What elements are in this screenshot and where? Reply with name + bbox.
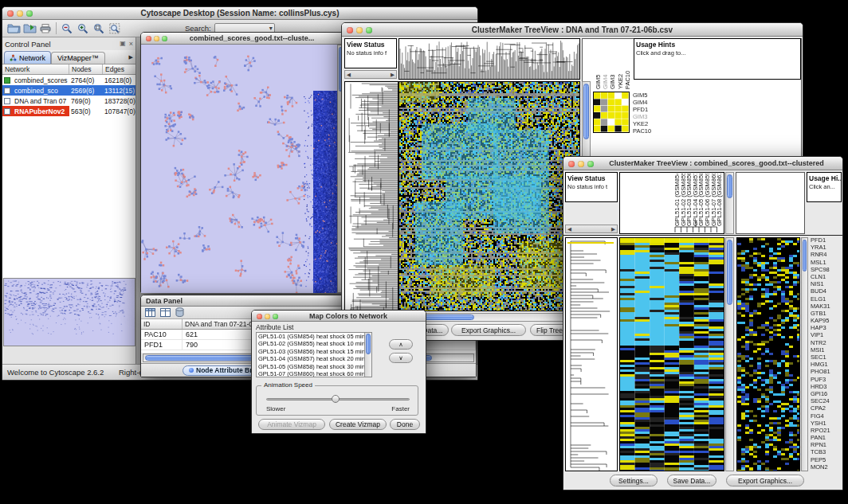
- scroll-thumb[interactable]: [366, 334, 371, 354]
- gene-label: SEC24: [811, 398, 842, 405]
- create-attribute-button[interactable]: [160, 306, 171, 320]
- cm2-vscrollbar[interactable]: [725, 237, 734, 471]
- close-button[interactable]: [257, 314, 262, 319]
- zoom-button[interactable]: [26, 10, 33, 17]
- import-network-button[interactable]: [22, 21, 37, 36]
- attribute-list-item[interactable]: GPL51-02 (GSM855) heat shock 10 min: [257, 340, 364, 347]
- network-row[interactable]: combined_sco2569(6)13112(15): [2, 85, 136, 96]
- zoom-button[interactable]: [162, 36, 167, 41]
- treeview1-titlebar[interactable]: ClusterMaker TreeView : DNA and Tran 07-…: [342, 23, 803, 37]
- network-row[interactable]: DNA and Tran 07769(0)183728(0): [2, 96, 136, 106]
- gene-label: PHO81: [811, 369, 842, 376]
- column-header-network[interactable]: Network: [2, 64, 69, 74]
- zoom-button[interactable]: [273, 314, 278, 319]
- gene-label: YRA1: [811, 244, 842, 252]
- float-icon[interactable]: ▣: [120, 41, 126, 47]
- minimize-button[interactable]: [578, 161, 584, 167]
- move-up-button[interactable]: ∧: [389, 339, 413, 350]
- minimize-button[interactable]: [265, 314, 270, 319]
- gene-label: SPC98: [811, 267, 842, 274]
- close-button[interactable]: [146, 36, 151, 41]
- zoom-heatmap-canvas[interactable]: [737, 238, 799, 471]
- attribute-list-item[interactable]: GPL51-04 (GSM857) heat shock 20 min: [257, 355, 364, 362]
- gene-tree-canvas[interactable]: [345, 82, 398, 311]
- cm2-top-vscrollbar[interactable]: [725, 172, 734, 234]
- array-tree-canvas[interactable]: [399, 39, 579, 79]
- export-graphics-button[interactable]: Export Graphics...: [451, 324, 526, 336]
- animation-speed-group: Animation Speed Slower Faster: [256, 385, 418, 416]
- column-header-nodes[interactable]: Nodes: [69, 64, 103, 74]
- treeview2-titlebar[interactable]: ClusterMaker TreeView : combined_scores_…: [563, 157, 842, 170]
- database-icon[interactable]: [175, 306, 184, 320]
- cm2-mini-scrollbar[interactable]: ◀ ▶: [565, 225, 618, 233]
- tab-network[interactable]: Network: [4, 51, 51, 64]
- print-button[interactable]: [37, 21, 53, 36]
- global-heatmap-canvas[interactable]: [399, 82, 579, 311]
- cm2-zoom-vscrollbar[interactable]: [801, 237, 808, 471]
- tab-overflow-button[interactable]: ▶: [129, 54, 136, 64]
- network-row[interactable]: RNAPuberNov2563(0)107847(0): [2, 106, 136, 116]
- scroll-left-icon[interactable]: ◀: [347, 72, 351, 78]
- map-dialog-titlebar[interactable]: Map Colors to Network: [252, 311, 426, 322]
- view-status-body: No status info f: [345, 49, 396, 57]
- column-header-edges[interactable]: Edges: [103, 64, 136, 74]
- network-row[interactable]: combined_scores2764(0)16218(0): [2, 75, 136, 85]
- tab-vizmapper[interactable]: VizMapper™: [51, 52, 105, 64]
- network-view-titlebar[interactable]: combined_scores_good.txt--cluste...: [141, 33, 344, 45]
- minimize-button[interactable]: [17, 10, 23, 17]
- move-down-button[interactable]: ∨: [389, 353, 413, 363]
- minimize-button[interactable]: [154, 36, 159, 41]
- zoom-in-button[interactable]: [75, 21, 91, 36]
- zoom-button[interactable]: [587, 161, 594, 167]
- save-data-button[interactable]: Save Data...: [667, 475, 716, 486]
- zoom-button[interactable]: [366, 27, 372, 33]
- cm2-col-labels: GPL51-01 (GSM854GPL51-02 (GSM855GPL51-03…: [673, 174, 724, 226]
- close-button[interactable]: [7, 10, 14, 17]
- scroll-left-icon[interactable]: ◀: [567, 226, 571, 232]
- network-overview-canvas[interactable]: [4, 279, 135, 346]
- gene-label: HMG1: [811, 361, 842, 369]
- scroll-thumb[interactable]: [803, 240, 807, 272]
- create-vizmap-button[interactable]: Create Vizmap: [329, 419, 387, 430]
- network-name: DNA and Tran 07: [13, 97, 69, 105]
- animation-speed-slider[interactable]: [266, 394, 410, 404]
- animate-vizmap-button[interactable]: Animate Vizmap: [258, 419, 325, 430]
- attribute-listbox[interactable]: GPL51-01 (GSM854) heat shock 05 minGPL51…: [256, 332, 372, 377]
- done-button[interactable]: Done: [390, 419, 420, 430]
- scroll-right-icon[interactable]: ▶: [391, 72, 395, 78]
- control-panel-title: Control Panel: [5, 40, 51, 49]
- scroll-right-icon[interactable]: ▶: [611, 226, 615, 232]
- column-header-id[interactable]: ID: [141, 319, 183, 329]
- cm1-mini-scrollbar[interactable]: ◀ ▶: [344, 70, 397, 79]
- attribute-list-item[interactable]: GPL51-05 (GSM858) heat shock 30 min: [257, 363, 364, 370]
- scroll-thumb[interactable]: [727, 174, 732, 198]
- scroll-thumb[interactable]: [727, 240, 732, 305]
- close-panel-icon[interactable]: ×: [129, 41, 133, 47]
- select-attributes-button[interactable]: [145, 306, 155, 320]
- minimize-button[interactable]: [356, 27, 363, 33]
- array-label: GPL51-08 (GSM861: [716, 174, 724, 226]
- zoom-out-button[interactable]: [59, 21, 75, 36]
- attribute-list-item[interactable]: GPL51-01 (GSM854) heat shock 05 min: [257, 333, 364, 340]
- open-session-button[interactable]: [6, 21, 22, 36]
- scroll-thumb[interactable]: [583, 84, 589, 139]
- global-heatmap-canvas[interactable]: [620, 238, 724, 471]
- attribute-list-scrollbar[interactable]: [364, 333, 371, 377]
- main-titlebar[interactable]: Cytoscape Desktop (Session Name: collins…: [2, 7, 477, 20]
- close-button[interactable]: [568, 161, 575, 167]
- network-canvas[interactable]: [141, 45, 337, 293]
- cm1-usage-hints-pane: Usage Hints Click and drag to...: [634, 38, 801, 80]
- zoom-heatmap-canvas[interactable]: [594, 92, 629, 132]
- zoom-fit-button[interactable]: [91, 21, 107, 36]
- attribute-list-item[interactable]: GPL51-03 (GSM856) heat shock 15 min: [257, 348, 364, 355]
- settings-button[interactable]: Settings...: [610, 475, 658, 486]
- slider-thumb[interactable]: [332, 395, 340, 403]
- close-button[interactable]: [347, 27, 353, 33]
- gene-label: YKE2: [633, 121, 665, 128]
- attribute-list-item[interactable]: GPL51-07 (GSM860) heat shock 60 min: [257, 370, 364, 377]
- cm1-row-labels: GIM5GIM4PFD1GIM3YKE2PAC10: [633, 92, 665, 135]
- gene-tree-canvas[interactable]: [566, 238, 617, 471]
- zoom-selected-button[interactable]: [107, 21, 123, 36]
- export-graphics-button[interactable]: Export Graphics...: [726, 475, 804, 486]
- cm2-global-heatmap-pane: [619, 237, 724, 471]
